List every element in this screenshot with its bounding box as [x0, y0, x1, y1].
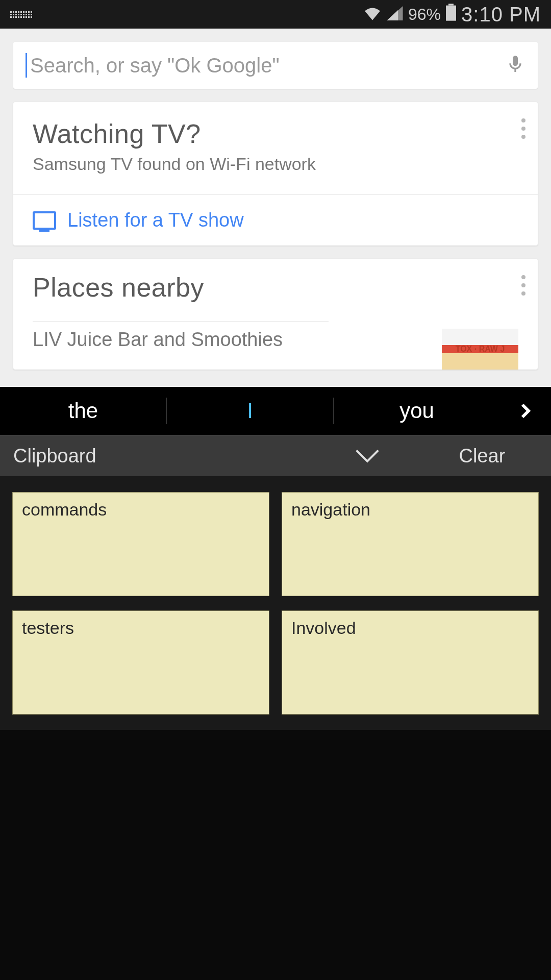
place-item[interactable]: LIV Juice Bar and Smoothies TOX · RAW J — [13, 329, 538, 370]
tv-card-subtitle: Samsung TV found on Wi-Fi network — [33, 154, 518, 174]
clipboard-collapse-icon[interactable] — [321, 442, 413, 470]
mic-icon[interactable] — [505, 54, 525, 77]
suggestion-more-icon[interactable] — [500, 402, 551, 420]
keyboard-indicator-icon — [10, 11, 32, 18]
status-right: 96% 3:10 PM — [363, 3, 541, 26]
places-card-title: Places nearby — [33, 272, 518, 303]
clipboard-grid: commands navigation testers Involved — [0, 477, 551, 730]
status-bar: 96% 3:10 PM — [0, 0, 551, 29]
clip-item[interactable]: testers — [12, 610, 269, 715]
text-cursor — [26, 53, 27, 78]
battery-icon — [446, 4, 456, 26]
suggestion-row: the I you — [0, 387, 551, 435]
clock: 3:10 PM — [461, 3, 541, 26]
places-card: Places nearby LIV Juice Bar and Smoothie… — [13, 259, 538, 370]
tv-card-action[interactable]: Listen for a TV show — [13, 194, 538, 246]
signal-icon — [387, 4, 403, 25]
status-left — [10, 11, 32, 18]
suggestion-3[interactable]: you — [334, 398, 500, 424]
tv-card-title: Watching TV? — [33, 118, 518, 149]
keyboard-panel: the I you Clipboard Clear commands navig… — [0, 387, 551, 980]
clip-item[interactable]: Involved — [282, 610, 539, 715]
google-now-content: Watching TV? Samsung TV found on Wi-Fi n… — [0, 29, 551, 387]
clipboard-clear-button[interactable]: Clear — [413, 445, 551, 467]
suggestion-2[interactable]: I — [167, 398, 334, 424]
search-bar[interactable] — [13, 42, 538, 89]
place-name: LIV Juice Bar and Smoothies — [33, 329, 283, 351]
wifi-icon — [363, 4, 382, 25]
tv-icon — [33, 211, 56, 230]
suggestion-1[interactable]: the — [0, 398, 167, 424]
divider — [33, 321, 329, 322]
card-menu-icon[interactable] — [521, 118, 525, 139]
tv-action-text: Listen for a TV show — [67, 209, 244, 231]
clip-item[interactable]: navigation — [282, 492, 539, 596]
place-thumbnail: TOX · RAW J — [442, 329, 518, 370]
clip-item[interactable]: commands — [12, 492, 269, 596]
clipboard-label: Clipboard — [0, 445, 321, 467]
card-menu-icon[interactable] — [521, 275, 525, 296]
search-input[interactable] — [30, 54, 505, 77]
clipboard-toolbar: Clipboard Clear — [0, 435, 551, 477]
svg-rect-1 — [448, 4, 454, 5]
tv-card: Watching TV? Samsung TV found on Wi-Fi n… — [13, 102, 538, 246]
svg-rect-0 — [446, 5, 456, 20]
battery-percent: 96% — [408, 5, 441, 24]
